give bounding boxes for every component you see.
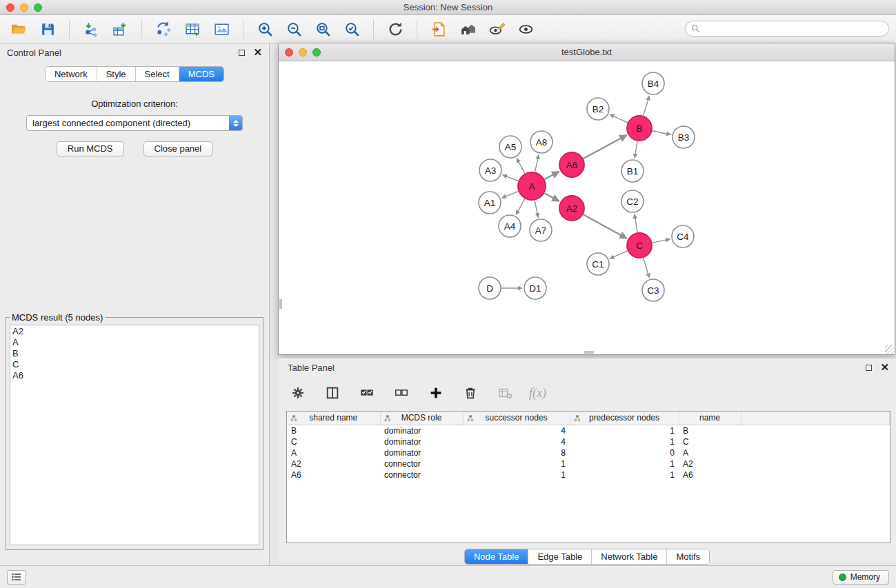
graph-edge[interactable] — [635, 214, 637, 232]
close-panel-icon[interactable]: ✕ — [253, 48, 262, 57]
tab-edge-table[interactable]: Edge Table — [528, 549, 592, 564]
show-details-icon[interactable] — [486, 19, 507, 39]
column-header[interactable]: predecessor nodes — [570, 412, 679, 425]
save-session-icon[interactable] — [37, 19, 58, 39]
add-row-icon[interactable] — [426, 383, 446, 403]
graph-edge[interactable] — [502, 192, 519, 198]
graph-edge[interactable] — [535, 201, 538, 218]
float-table-panel-icon[interactable] — [866, 365, 872, 371]
network-minimize-icon[interactable] — [299, 48, 307, 57]
close-window-icon[interactable] — [6, 3, 14, 12]
graph-node-C2[interactable]: C2 — [621, 190, 644, 212]
table-row[interactable]: Adominator80A — [287, 447, 890, 458]
horizontal-scroll-indicator[interactable] — [584, 351, 594, 354]
graph-node-D1[interactable]: D1 — [524, 277, 546, 299]
zoom-out-icon[interactable] — [283, 19, 304, 39]
tab-style[interactable]: Style — [97, 67, 136, 81]
function-builder-icon[interactable]: f(x) — [529, 386, 546, 401]
mcds-result-list[interactable]: A2ABCA6 — [10, 325, 259, 545]
tab-select[interactable]: Select — [136, 67, 179, 81]
task-history-button[interactable] — [7, 570, 26, 585]
graph-edge[interactable] — [516, 199, 525, 214]
result-item[interactable]: B — [12, 348, 257, 359]
graph-edge[interactable] — [584, 214, 627, 239]
column-header[interactable]: name — [679, 412, 741, 425]
zoom-in-icon[interactable] — [255, 19, 275, 39]
graph-node-A2[interactable]: A2 — [559, 196, 584, 221]
graph-node-C4[interactable]: C4 — [672, 225, 694, 247]
table-row[interactable]: A2connector11A2 — [287, 458, 890, 469]
table-row[interactable]: Bdominator41B — [287, 425, 890, 436]
clear-table-icon[interactable] — [495, 383, 515, 403]
graph-edge[interactable] — [584, 135, 627, 159]
result-item[interactable]: A6 — [12, 370, 257, 381]
graph-node-C1[interactable]: C1 — [587, 253, 609, 275]
column-header[interactable]: MCDS role — [380, 412, 463, 425]
graph-edge[interactable] — [517, 159, 525, 174]
graph-node-C[interactable]: C — [627, 233, 652, 258]
graph-node-B2[interactable]: B2 — [587, 98, 609, 120]
graph-edge[interactable] — [653, 239, 670, 243]
float-panel-icon[interactable] — [239, 50, 245, 56]
column-header[interactable]: successor nodes — [463, 412, 570, 425]
close-table-panel-icon[interactable]: ✕ — [880, 363, 889, 372]
result-item[interactable]: A2 — [12, 326, 257, 337]
network-graph[interactable]: B4B2BB3A5A8A6A3B1AC2A1A2A4A7C4CC1DD1C3 — [279, 61, 895, 354]
result-item[interactable]: A — [12, 337, 257, 348]
export-network-icon[interactable] — [153, 19, 174, 39]
delete-row-icon[interactable] — [460, 383, 481, 403]
import-table-icon[interactable] — [110, 19, 130, 39]
graph-node-B[interactable]: B — [627, 116, 652, 141]
select-all-icon[interactable] — [357, 383, 377, 403]
zoom-fit-icon[interactable] — [312, 19, 333, 39]
maximize-window-icon[interactable] — [34, 3, 42, 12]
tab-mcds[interactable]: MCDS — [179, 67, 223, 81]
graph-edge[interactable] — [545, 172, 559, 179]
graph-node-A[interactable]: A — [518, 172, 546, 200]
minimize-window-icon[interactable] — [20, 3, 28, 12]
graph-node-A1[interactable]: A1 — [479, 192, 501, 214]
resize-grip[interactable] — [885, 345, 894, 354]
graph-node-A6[interactable]: A6 — [559, 152, 584, 177]
table-row[interactable]: Cdominator41C — [287, 436, 890, 447]
graph-node-D[interactable]: D — [479, 277, 501, 299]
graph-edge[interactable] — [644, 258, 650, 278]
graph-edge[interactable] — [644, 96, 650, 116]
network-window-titlebar[interactable]: testGlobe.txt — [279, 43, 895, 61]
export-image-icon[interactable] — [211, 19, 232, 39]
graph-node-A5[interactable]: A5 — [499, 136, 521, 158]
search-input[interactable] — [704, 23, 888, 35]
home-icon[interactable] — [457, 19, 478, 39]
graph-node-B3[interactable]: B3 — [673, 126, 695, 148]
node-table-container[interactable]: shared name MCDS role successor nodes pr… — [286, 411, 890, 543]
gear-icon[interactable] — [288, 383, 308, 403]
graph-node-B4[interactable]: B4 — [642, 72, 664, 94]
tab-node-table[interactable]: Node Table — [465, 549, 529, 564]
graph-node-A8[interactable]: A8 — [530, 131, 552, 153]
export-table-icon[interactable] — [182, 19, 203, 39]
graph-node-A7[interactable]: A7 — [530, 219, 552, 241]
graph-edge[interactable] — [610, 251, 627, 258]
open-document-icon[interactable] — [428, 19, 449, 39]
zoom-selected-icon[interactable] — [341, 19, 362, 39]
close-panel-button[interactable]: Close panel — [143, 141, 213, 156]
tab-network-table[interactable]: Network Table — [592, 549, 667, 564]
network-close-icon[interactable] — [285, 48, 293, 57]
tab-motifs[interactable]: Motifs — [667, 549, 709, 564]
graph-node-B1[interactable]: B1 — [621, 160, 644, 182]
graph-edge[interactable] — [653, 131, 671, 134]
graph-edge[interactable] — [635, 141, 637, 158]
graph-node-A4[interactable]: A4 — [499, 215, 521, 237]
graph-edge[interactable] — [610, 114, 628, 123]
graph-edge[interactable] — [503, 175, 519, 181]
network-canvas[interactable]: B4B2BB3A5A8A6A3B1AC2A1A2A4A7C4CC1DD1C3 — [279, 61, 895, 354]
graph-edge[interactable] — [544, 193, 559, 201]
import-network-icon[interactable] — [81, 19, 101, 39]
vertical-scroll-indicator[interactable] — [279, 299, 282, 309]
refresh-layout-icon[interactable] — [385, 19, 406, 39]
graph-node-A3[interactable]: A3 — [479, 159, 501, 181]
optimization-criterion-dropdown[interactable]: largest connected component (directed) — [26, 115, 243, 131]
columns-icon[interactable] — [322, 383, 343, 403]
graph-node-C3[interactable]: C3 — [642, 279, 664, 301]
memory-button[interactable]: Memory — [833, 570, 889, 585]
